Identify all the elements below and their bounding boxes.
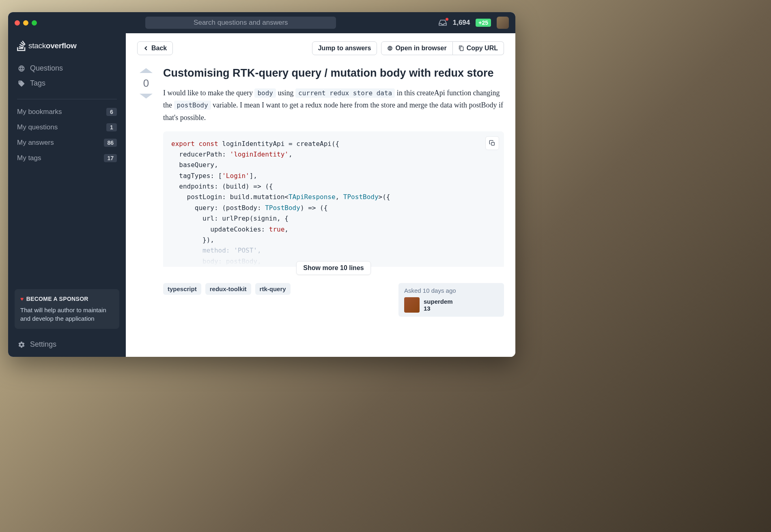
tag[interactable]: rtk-query (255, 283, 291, 295)
titlebar: 1,694 +25 (8, 12, 515, 33)
open-in-browser-button[interactable]: Open in browser (381, 41, 452, 55)
logo-text-prefix: stack (28, 41, 46, 50)
nav-label: My questions (17, 123, 58, 131)
logo-text-bold: overflow (46, 41, 77, 50)
back-button[interactable]: Back (137, 41, 173, 55)
nav-tags-label: Tags (30, 79, 45, 88)
count-badge: 6 (106, 108, 117, 116)
copy-url-button[interactable]: Copy URL (453, 41, 504, 55)
nav-settings[interactable]: Settings (8, 335, 126, 350)
nav-label: My bookmarks (17, 108, 62, 116)
sidebar-divider (17, 99, 117, 99)
nav-my-tags[interactable]: My tags 17 (8, 150, 126, 166)
traffic-lights (15, 20, 37, 26)
jump-to-answers-button[interactable]: Jump to answers (312, 41, 377, 55)
inline-code: current redux store data (295, 88, 395, 98)
tag[interactable]: typescript (163, 283, 201, 295)
count-badge: 1 (106, 123, 117, 131)
jump-label: Jump to answers (318, 45, 371, 52)
reputation-score: 1,694 (453, 19, 470, 27)
inline-code: body (254, 88, 276, 98)
nav-my-bookmarks[interactable]: My bookmarks 6 (8, 104, 126, 120)
close-window-button[interactable] (15, 20, 20, 26)
asked-timestamp: Asked 10 days ago (404, 287, 498, 294)
nav-my-questions[interactable]: My questions 1 (8, 120, 126, 135)
question-body: I would like to make the query body usin… (163, 87, 504, 124)
toolbar: Back Jump to answers Open in browser Cop… (137, 41, 504, 55)
copy-icon (459, 45, 464, 51)
nav-label: My answers (17, 139, 54, 147)
maximize-window-button[interactable] (32, 20, 37, 26)
show-more-button[interactable]: Show more 10 lines (296, 261, 370, 275)
vote-column: 0 (137, 66, 155, 317)
open-label: Open in browser (395, 45, 446, 52)
back-label: Back (151, 45, 167, 52)
upvote-button[interactable] (140, 68, 153, 73)
author-reputation: 13 (424, 305, 453, 312)
body-text: variable. I mean I want to get a redux n… (163, 101, 503, 122)
copy-code-button[interactable] (485, 136, 499, 150)
search-input[interactable] (145, 17, 336, 29)
body-text: I would like to make the query (163, 89, 254, 97)
author-avatar[interactable] (404, 297, 420, 313)
sponsor-card[interactable]: ♥ BECOME A SPONSOR That will help author… (15, 289, 119, 329)
author-card: Asked 10 days ago superdem 13 (398, 283, 504, 317)
chevron-left-icon (143, 45, 149, 51)
reputation-delta-badge: +25 (476, 19, 491, 27)
vote-score: 0 (143, 75, 149, 92)
globe-icon (387, 45, 393, 51)
downvote-button[interactable] (140, 94, 153, 99)
nav-tags[interactable]: Tags (13, 76, 121, 91)
tag-icon (18, 80, 25, 87)
nav-label: My tags (17, 154, 41, 162)
nav-questions-label: Questions (30, 64, 63, 73)
author-name[interactable]: superdem (424, 298, 453, 305)
question-footer: typescript redux-toolkit rtk-query Asked… (163, 283, 504, 317)
svg-rect-0 (491, 142, 494, 145)
sidebar: stackoverflow Questions Tags My bookmark… (8, 33, 126, 357)
inbox-icon[interactable] (438, 19, 447, 26)
button-group: Open in browser Copy URL (381, 41, 504, 55)
inline-code: postBody (174, 101, 211, 110)
nav-my-answers[interactable]: My answers 86 (8, 135, 126, 150)
copy-icon (489, 140, 495, 146)
count-badge: 86 (104, 139, 117, 147)
settings-label: Settings (30, 340, 56, 349)
gear-icon (18, 341, 25, 348)
question: 0 Customising RTK-query query / mutation… (137, 66, 504, 317)
code-block: export const loginIdentityApi = createAp… (163, 131, 504, 267)
copy-label: Copy URL (467, 45, 498, 52)
minimize-window-button[interactable] (23, 20, 28, 26)
nav-questions[interactable]: Questions (13, 61, 121, 76)
sponsor-title: BECOME A SPONSOR (26, 295, 88, 303)
stackoverflow-icon (17, 41, 26, 51)
globe-icon (18, 65, 25, 72)
count-badge: 17 (104, 154, 117, 162)
sponsor-body: That will help author to maintain and de… (20, 306, 114, 324)
app-logo: stackoverflow (8, 41, 126, 58)
main-content: Back Jump to answers Open in browser Cop… (126, 33, 515, 357)
notification-dot (446, 18, 448, 21)
question-title: Customising RTK-query query / mutation b… (163, 66, 504, 80)
user-avatar[interactable] (497, 17, 509, 29)
tag[interactable]: redux-toolkit (205, 283, 251, 295)
app-window: 1,694 +25 stackoverflow Questions Tags (8, 12, 515, 357)
heart-icon: ♥ (20, 295, 24, 303)
body-text: using (276, 89, 295, 97)
